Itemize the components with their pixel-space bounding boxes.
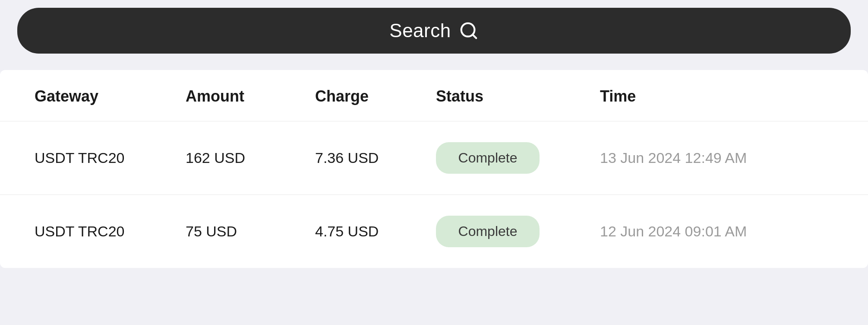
svg-line-1: [473, 35, 476, 38]
cell-amount-2: 75 USD: [186, 223, 315, 240]
status-badge-2: Complete: [436, 216, 540, 247]
header-time: Time: [600, 87, 833, 105]
cell-time-1: 13 Jun 2024 12:49 AM: [600, 150, 833, 166]
transactions-table: Gateway Amount Charge Status Time USDT T…: [0, 70, 868, 268]
search-label: Search: [389, 20, 451, 41]
search-bar[interactable]: Search: [17, 8, 851, 54]
search-icon: [459, 21, 479, 41]
cell-status-2: Complete: [436, 216, 600, 247]
table-row: USDT TRC20 162 USD 7.36 USD Complete 13 …: [0, 121, 868, 195]
cell-status-1: Complete: [436, 142, 600, 174]
cell-charge-2: 4.75 USD: [315, 223, 436, 240]
header-status: Status: [436, 87, 600, 105]
cell-time-2: 12 Jun 2024 09:01 AM: [600, 223, 833, 240]
header-gateway: Gateway: [35, 87, 186, 105]
table-header: Gateway Amount Charge Status Time: [0, 70, 868, 121]
header-charge: Charge: [315, 87, 436, 105]
table-row: USDT TRC20 75 USD 4.75 USD Complete 12 J…: [0, 195, 868, 268]
search-bar-container: Search: [0, 0, 868, 61]
header-amount: Amount: [186, 87, 315, 105]
cell-charge-1: 7.36 USD: [315, 150, 436, 166]
cell-gateway-2: USDT TRC20: [35, 223, 186, 240]
cell-gateway-1: USDT TRC20: [35, 150, 186, 166]
cell-amount-1: 162 USD: [186, 150, 315, 166]
status-badge-1: Complete: [436, 142, 540, 174]
